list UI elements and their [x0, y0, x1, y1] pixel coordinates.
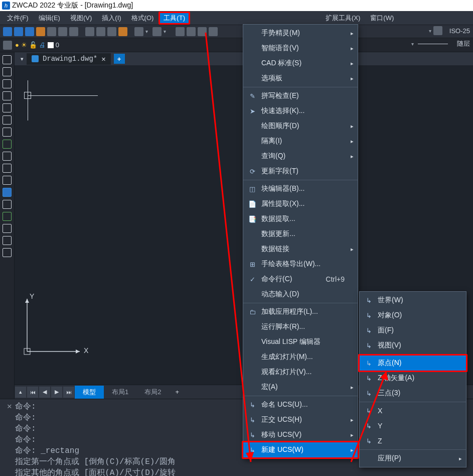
menu-view[interactable]: 视图(V): [65, 12, 97, 25]
zoomwin-icon[interactable]: [198, 27, 207, 36]
ellipsearc-icon[interactable]: [3, 164, 12, 173]
mi-gesture[interactable]: 手势精灵(M)▸: [243, 26, 358, 41]
layer-manager-icon[interactable]: [3, 41, 12, 50]
mi-ucs-world[interactable]: ↳世界(W): [360, 293, 466, 308]
sheet-nav-last[interactable]: ⏭: [63, 387, 74, 398]
print-icon[interactable]: [47, 27, 56, 36]
mi-runscript[interactable]: 运行脚本(R)...: [243, 319, 358, 334]
mi-orthoUCS[interactable]: ↳正交 UCS(H)▸: [243, 412, 358, 427]
save-icon[interactable]: [25, 27, 34, 36]
pan-icon[interactable]: [176, 27, 185, 36]
mi-moveUCS[interactable]: ↳移动 UCS(V)▸: [243, 427, 358, 442]
table-icon[interactable]: [3, 224, 12, 233]
point-icon[interactable]: [3, 200, 12, 209]
paste-icon[interactable]: [107, 27, 116, 36]
new-icon[interactable]: [3, 27, 12, 36]
cmd-close-icon[interactable]: ✕: [7, 401, 12, 411]
matchprop-icon[interactable]: [118, 27, 127, 36]
region-icon[interactable]: [3, 212, 12, 221]
redo-dropdown-icon[interactable]: ▾: [164, 29, 169, 34]
redo-icon[interactable]: [152, 27, 162, 36]
mi-ucs-zaxis[interactable]: ↳Z 轴矢量(A): [360, 371, 466, 386]
mi-spell[interactable]: ✎拼写检查(E): [243, 88, 358, 103]
circle-icon[interactable]: [3, 79, 12, 88]
mi-dyninput[interactable]: 动态输入(D): [243, 287, 358, 302]
sheet-tab-layout1[interactable]: 布局1: [104, 386, 136, 399]
mi-ucs-y[interactable]: ↳Y: [360, 418, 466, 433]
dimstyle-dropdown[interactable]: ▾ ISO-25: [429, 26, 470, 35]
mi-dataext[interactable]: 📑数据提取...: [243, 211, 358, 226]
mi-viewslide[interactable]: 观看幻灯片(V)...: [243, 365, 358, 380]
saveas-icon[interactable]: [36, 27, 45, 36]
revcloud-icon[interactable]: [3, 140, 12, 149]
mi-ucs-view[interactable]: ↳视图(V): [360, 338, 466, 353]
mi-cmdline[interactable]: ✓命令行(C)Ctrl+9: [243, 272, 358, 287]
menu-insert[interactable]: 插入(I): [97, 12, 126, 25]
mtext-icon[interactable]: [3, 236, 12, 245]
sheet-nav-minimize[interactable]: ▴: [15, 387, 26, 398]
new-tab-button[interactable]: +: [114, 54, 125, 64]
mi-qselect[interactable]: ➤快速选择(K)...: [243, 103, 358, 118]
mi-isolate[interactable]: 隔离(I)▸: [243, 134, 358, 149]
mi-namedUCS[interactable]: ↳命名 UCS(U)...: [243, 397, 358, 412]
block-icon[interactable]: [3, 176, 12, 185]
mi-macro[interactable]: 宏(A)▸: [243, 380, 358, 395]
mi-palettes[interactable]: 选项板▸: [243, 71, 358, 86]
polyline-icon[interactable]: [3, 67, 12, 76]
mi-ucs-origin[interactable]: ↳原点(N): [360, 355, 466, 371]
menu-file[interactable]: 文件(F): [2, 12, 34, 25]
sheet-nav-prev[interactable]: ◀: [39, 387, 50, 398]
mi-draworder[interactable]: 绘图顺序(D)▸: [243, 118, 358, 134]
sheet-nav-first[interactable]: ⏮: [27, 387, 38, 398]
mi-ucs-face[interactable]: ↳面(F): [360, 323, 466, 338]
menu-extend[interactable]: 扩展工具(X): [321, 12, 365, 25]
mi-vlisp[interactable]: Visual LISP 编辑器: [243, 334, 358, 349]
mi-dataupd[interactable]: 数据更新...: [243, 226, 358, 242]
sheet-tab-model[interactable]: 模型: [75, 386, 104, 399]
layer-dropdown[interactable]: ● ☀ 🔓 🖨 0: [15, 41, 59, 49]
menu-format[interactable]: 格式(O): [126, 12, 159, 25]
undo-dropdown-icon[interactable]: ▾: [145, 29, 150, 34]
mi-voice[interactable]: 智能语音(V)▸: [243, 41, 358, 56]
menu-window[interactable]: 窗口(W): [365, 12, 399, 25]
publish-icon[interactable]: [69, 27, 78, 36]
copy-icon[interactable]: [96, 27, 105, 36]
ellipse-icon[interactable]: [3, 128, 12, 137]
mi-ucs-z[interactable]: ↳Z: [360, 433, 466, 448]
sheet-tab-layout2[interactable]: 布局2: [136, 386, 169, 399]
mi-datalink[interactable]: 数据链接▸: [243, 242, 358, 257]
menu-tools[interactable]: 工具(T): [159, 12, 190, 25]
polygon-icon[interactable]: [3, 91, 12, 100]
mi-newUCS[interactable]: ↳新建 UCS(W)▸: [243, 442, 358, 457]
mi-inquiry[interactable]: 查询(Q)▸: [243, 149, 358, 164]
cut-icon[interactable]: [85, 27, 94, 36]
menu-edit[interactable]: 编辑(E): [34, 12, 65, 25]
undo-icon[interactable]: [134, 27, 143, 36]
mi-ucs-apply[interactable]: 应用(P)▸: [360, 451, 466, 466]
linetype-dropdown[interactable]: ▾ 随层: [411, 39, 470, 48]
mi-attrext[interactable]: 📄属性提取(X)...: [243, 196, 358, 211]
mi-ucs-x[interactable]: ↳X: [360, 403, 466, 418]
tab-dropdown-icon[interactable]: ▾: [18, 56, 27, 62]
mi-blockedit[interactable]: ◫块编辑器(B)...: [243, 181, 358, 196]
zoomprev-icon[interactable]: [209, 27, 218, 36]
mi-loadapp[interactable]: 🗀加载应用程序(L)...: [243, 304, 358, 319]
spline-icon[interactable]: [3, 152, 12, 161]
grid-icon[interactable]: [3, 248, 12, 257]
zoom-icon[interactable]: [187, 27, 196, 36]
open-icon[interactable]: [14, 27, 23, 36]
mi-ucs-three[interactable]: ↳三点(3): [360, 386, 466, 401]
arc-icon[interactable]: [3, 115, 12, 125]
add-layout-button[interactable]: +: [169, 386, 185, 398]
document-tab[interactable]: Drawing1.dwg* ✕: [27, 53, 111, 65]
mi-mkslide[interactable]: 生成幻灯片(M)...: [243, 349, 358, 365]
mi-updatefield[interactable]: ⟳更新字段(T): [243, 164, 358, 179]
hatch-icon[interactable]: [3, 188, 12, 197]
mi-ucs-object[interactable]: ↳对象(O): [360, 308, 466, 323]
mi-cadstd[interactable]: CAD 标准(S)▸: [243, 56, 358, 71]
preview-icon[interactable]: [58, 27, 67, 36]
mi-tableexport[interactable]: ⊞手绘表格导出(W)...: [243, 257, 358, 272]
rectangle-icon[interactable]: [3, 103, 12, 112]
close-tab-icon[interactable]: ✕: [101, 55, 105, 63]
sheet-nav-next[interactable]: ▶: [51, 387, 62, 398]
